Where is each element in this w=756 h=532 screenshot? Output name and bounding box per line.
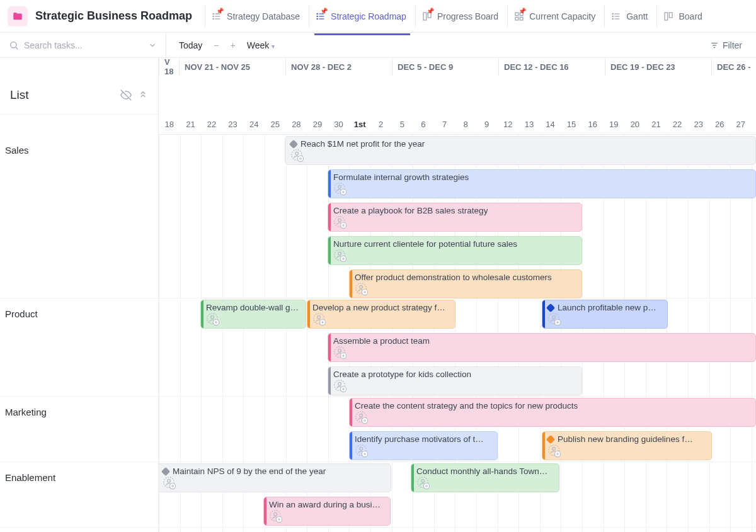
- week-header: NOV 21 - NOV 25: [179, 58, 285, 76]
- tab-strategy-database[interactable]: 📌Strategy Database: [205, 5, 307, 28]
- minus-icon[interactable]: −: [214, 40, 219, 50]
- task-bar[interactable]: Identify purchase motivators of t…: [349, 431, 498, 460]
- range-selector[interactable]: Week ▾: [247, 40, 275, 50]
- tab-strategic-roadmap[interactable]: 📌Strategic Roadmap: [309, 5, 414, 28]
- svg-point-63: [318, 315, 321, 319]
- svg-point-26: [11, 42, 16, 47]
- add-assignee-icon[interactable]: [355, 444, 369, 458]
- day-header: 20: [624, 120, 646, 129]
- search-input[interactable]: [24, 40, 143, 50]
- svg-point-38: [338, 185, 341, 188]
- eye-off-icon[interactable]: [120, 89, 132, 101]
- day-header: 23: [688, 120, 709, 129]
- day-header: 22: [667, 120, 688, 129]
- week-header: DEC 26 -: [711, 58, 756, 76]
- task-bar[interactable]: Publish new branding guidelines f…: [542, 431, 712, 460]
- task-bar[interactable]: Create a playbook for B2B sales strategy: [328, 203, 582, 232]
- tab-label: Progress Board: [437, 11, 498, 21]
- task-bar[interactable]: Formulate internal growth strategies: [328, 169, 756, 198]
- svg-point-5: [213, 18, 214, 19]
- grid-area[interactable]: V 18NOV 21 - NOV 25NOV 28 - DEC 2DEC 5 -…: [159, 58, 756, 532]
- task-bar[interactable]: Maintain NPS of 9 by the end of the year: [159, 463, 391, 492]
- svg-point-108: [274, 512, 277, 516]
- svg-point-11: [317, 18, 318, 19]
- add-assignee-icon[interactable]: [333, 379, 347, 393]
- svg-rect-17: [520, 17, 524, 20]
- task-bar[interactable]: Launch profitable new p…: [542, 300, 668, 329]
- svg-point-98: [168, 479, 171, 482]
- week-header: DEC 12 - DEC 16: [498, 58, 605, 76]
- milestone-diamond-icon: [546, 303, 555, 312]
- plus-icon[interactable]: +: [231, 40, 236, 50]
- add-assignee-icon[interactable]: [333, 215, 347, 229]
- group-enablement: Maintain NPS of 9 by the end of the year…: [159, 462, 756, 528]
- svg-point-23: [612, 18, 613, 19]
- today-button[interactable]: Today: [179, 40, 202, 50]
- task-bar[interactable]: Develop a new product strategy f…: [307, 300, 455, 329]
- day-header: 21: [180, 120, 202, 129]
- add-assignee-icon[interactable]: [355, 282, 369, 296]
- task-bar[interactable]: Nurture current clientele for potential …: [328, 236, 582, 265]
- tab-label: Current Capacity: [529, 11, 595, 21]
- task-bar[interactable]: Create a prototype for kids collection: [328, 366, 582, 395]
- list-icon: 📌: [314, 10, 327, 23]
- tab-gantt[interactable]: 📌Gantt: [604, 5, 655, 28]
- svg-rect-14: [515, 13, 518, 16]
- add-assignee-icon[interactable]: [333, 346, 347, 359]
- list-icon: 📌: [210, 10, 223, 23]
- add-assignee-icon[interactable]: [312, 312, 326, 326]
- tab-board[interactable]: 📌Board: [656, 5, 709, 28]
- add-assignee-icon[interactable]: [547, 312, 561, 326]
- add-assignee-icon[interactable]: [290, 149, 304, 162]
- day-header: 19: [603, 120, 624, 129]
- week-header: DEC 5 - DEC 9: [392, 58, 498, 76]
- task-label: Offer product demonstration to wholesale…: [355, 273, 552, 282]
- day-header: 29: [307, 120, 328, 129]
- milestone-diamond-icon: [161, 467, 170, 475]
- svg-rect-25: [670, 13, 673, 18]
- add-assignee-icon[interactable]: [333, 249, 347, 263]
- task-label: Create the content strategy and the topi…: [355, 401, 578, 410]
- filter-button[interactable]: Filter: [705, 40, 747, 50]
- task-label: Launch profitable new p…: [558, 303, 656, 312]
- add-assignee-icon[interactable]: [206, 312, 220, 326]
- add-assignee-icon[interactable]: [333, 182, 347, 196]
- task-label: Win an award during a busi…: [269, 500, 381, 509]
- task-label: Assemble a product team: [333, 336, 430, 346]
- list-title: List: [10, 88, 29, 102]
- task-bar[interactable]: Create the content strategy and the topi…: [349, 398, 756, 427]
- chevron-down-icon[interactable]: [148, 41, 157, 50]
- task-bar[interactable]: Conduct monthly all-hands Town…: [411, 463, 559, 492]
- search-container: [9, 33, 166, 57]
- svg-point-53: [360, 285, 363, 288]
- day-header: 21: [646, 120, 667, 129]
- add-assignee-icon[interactable]: [163, 476, 176, 490]
- tab-progress-board[interactable]: 📌Progress Board: [415, 5, 506, 28]
- week-header: NOV 28 - DEC 2: [285, 58, 392, 76]
- task-label: Create a playbook for B2B sales strategy: [333, 206, 488, 215]
- folder-icon[interactable]: [8, 6, 28, 26]
- tab-current-capacity[interactable]: 📌Current Capacity: [507, 5, 603, 28]
- group-marketing: Create the content strategy and the topi…: [159, 397, 756, 462]
- task-bar[interactable]: Reach $1M net profit for the year: [285, 136, 756, 165]
- tab-label: Board: [679, 11, 702, 21]
- collapse-icon[interactable]: [138, 89, 148, 99]
- task-label: Publish new branding guidelines f…: [558, 434, 693, 444]
- task-bar[interactable]: Win an award during a busi…: [263, 497, 391, 526]
- day-header: 13: [518, 120, 540, 129]
- task-bar[interactable]: Offer product demonstration to wholesale…: [349, 269, 582, 298]
- svg-point-68: [553, 315, 556, 319]
- milestone-diamond-icon: [289, 139, 298, 148]
- group-label: Enablement: [5, 472, 55, 483]
- weeks-header: V 18NOV 21 - NOV 25NOV 28 - DEC 2DEC 5 -…: [159, 58, 756, 76]
- add-assignee-icon[interactable]: [547, 444, 561, 458]
- list-header: List: [0, 76, 158, 115]
- day-header: 8: [455, 120, 476, 129]
- add-assignee-icon[interactable]: [269, 509, 283, 523]
- add-assignee-icon[interactable]: [355, 410, 369, 424]
- task-bar[interactable]: Revamp double-wall gl…: [200, 300, 306, 329]
- add-assignee-icon[interactable]: [416, 476, 430, 490]
- svg-point-103: [421, 479, 425, 482]
- day-header: 25: [265, 120, 286, 129]
- task-bar[interactable]: Assemble a product team: [328, 333, 756, 362]
